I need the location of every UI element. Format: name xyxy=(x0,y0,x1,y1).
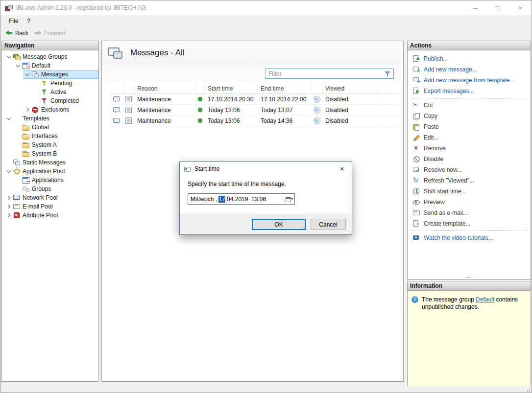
action-add-new-message-from-template[interactable]: Add new message from template... xyxy=(408,75,531,86)
tree-item-messages[interactable]: Messages xyxy=(24,70,98,79)
tree-item-groups[interactable]: Groups xyxy=(14,185,98,193)
action-send-as-email[interactable]: Send as e-mail... xyxy=(408,208,531,218)
action-label: Edit... xyxy=(424,134,439,141)
action-label: Watch the video-tutorials... xyxy=(424,234,493,241)
datetime-monthyear-segment[interactable]: .04.2019 xyxy=(225,196,248,203)
col-message-icon[interactable] xyxy=(110,83,123,93)
menu-item[interactable]: File xyxy=(4,17,23,25)
col-viewed[interactable]: Viewed xyxy=(322,83,378,93)
col-checkbox[interactable] xyxy=(123,83,134,93)
tree-chevron-icon[interactable] xyxy=(6,196,10,200)
tree-item-network-pool[interactable]: Network Pool xyxy=(5,193,98,202)
calendar-icon xyxy=(286,197,290,202)
tree-item-system-a[interactable]: System A xyxy=(14,140,98,149)
action-preview[interactable]: Preview xyxy=(408,197,531,208)
tree-item-icon xyxy=(22,123,30,131)
action-publish[interactable]: Publish... xyxy=(408,53,531,64)
cancel-button[interactable]: Cancel xyxy=(311,219,346,230)
app-icon xyxy=(4,4,12,12)
table-row[interactable]: Maintenance Today 13:06 Today 13:07 Disa… xyxy=(110,105,398,116)
tree-chevron-icon[interactable] xyxy=(7,168,11,172)
tree-item-attribute-pool[interactable]: Attribute Pool xyxy=(5,211,98,220)
tree-item-pending[interactable]: Pending xyxy=(33,79,98,88)
tree-item-icon xyxy=(13,159,21,166)
action-export-messages[interactable]: Export messages... xyxy=(408,86,531,96)
action-resolve-now[interactable]: Resolve now... xyxy=(408,164,531,175)
ok-button[interactable]: OK xyxy=(252,219,306,230)
tree-chevron-icon[interactable] xyxy=(6,205,10,208)
table-row[interactable]: Maintenance Today 13:06 Today 14:36 Disa… xyxy=(110,116,398,126)
messages-table: Reason Start time End time Viewed Mainte… xyxy=(110,83,398,126)
actions-overflow-indicator[interactable]: … xyxy=(408,273,531,279)
col-reason[interactable]: Reason xyxy=(134,83,196,93)
tree-chevron-icon[interactable] xyxy=(25,108,29,112)
maximize-button[interactable]: □ xyxy=(486,0,509,15)
action-icon xyxy=(412,87,420,95)
forward-label: Forward xyxy=(44,30,66,37)
tree-item-message-groups[interactable]: Message Groups xyxy=(5,52,98,61)
dialog-close-button[interactable]: × xyxy=(332,162,352,176)
tree-item-icon xyxy=(22,150,30,158)
tree-item-application-pool[interactable]: Application Pool xyxy=(5,167,98,176)
tree-item-templates[interactable]: Templates xyxy=(5,114,98,123)
action-remove[interactable]: Remove xyxy=(408,143,531,154)
toolbar: Back Forward xyxy=(0,26,532,40)
action-add-new-message[interactable]: Add new message... xyxy=(408,64,531,75)
action-paste[interactable]: Paste xyxy=(408,121,531,132)
tree-item-email-pool[interactable]: E-mail Pool xyxy=(5,202,98,211)
action-label: Paste xyxy=(424,123,439,130)
menu-item[interactable]: ? xyxy=(23,17,35,25)
resize-grip[interactable] xyxy=(525,387,530,392)
action-cut[interactable]: Cut xyxy=(408,100,531,111)
table-row[interactable]: Maintenance 17.10.2014 20:30 17.10.2014 … xyxy=(110,94,398,105)
datetime-input[interactable]: Mittwoch , 17 .04.2019 13:06 ▾ xyxy=(188,193,295,205)
tree-item-label: Messages xyxy=(41,71,68,78)
tree-chevron-icon[interactable] xyxy=(25,71,29,75)
datetime-weekday-segment[interactable]: Mittwoch xyxy=(191,196,214,203)
app-window: IBI-aws Admin 1.23.0 - registered for IB… xyxy=(0,0,532,393)
filter-funnel-icon[interactable] xyxy=(384,70,391,77)
action-shift-start-time[interactable]: Shift start time... xyxy=(408,186,531,197)
col-start-time[interactable]: Start time xyxy=(205,83,258,93)
filter-input[interactable] xyxy=(266,70,384,77)
col-viewed-icon[interactable] xyxy=(312,83,322,93)
row-checkbox[interactable] xyxy=(125,96,132,102)
row-checkbox[interactable] xyxy=(125,117,132,124)
tree-item-completed[interactable]: Completed xyxy=(33,96,98,105)
col-end-time[interactable]: End time xyxy=(258,83,312,93)
tree-item-system-b[interactable]: System B xyxy=(14,149,98,158)
action-create-template[interactable]: Create template... xyxy=(408,218,531,229)
default-group-link[interactable]: Default xyxy=(476,296,494,303)
forward-button[interactable]: Forward xyxy=(32,28,70,38)
datetime-time-segment[interactable]: 13:06 xyxy=(251,196,266,203)
row-viewed-state: Disabled xyxy=(322,105,378,115)
tree-item-interfaces[interactable]: Interfaces xyxy=(14,132,98,140)
datetime-dropdown-button[interactable]: ▾ xyxy=(284,194,294,204)
action-copy[interactable]: Copy xyxy=(408,111,531,121)
status-bar xyxy=(0,386,532,393)
tree-chevron-icon[interactable] xyxy=(7,116,11,119)
tree-item-exclusions[interactable]: Exclusions xyxy=(24,105,98,114)
action-icon xyxy=(412,234,420,242)
tree-item-static-messages[interactable]: Static Messages xyxy=(5,158,98,167)
tree-item-applications[interactable]: Applications xyxy=(14,176,98,185)
tree-item-active[interactable]: Active xyxy=(33,88,98,96)
action-refresh-viewed[interactable]: Refresh "Viewed"... xyxy=(408,175,531,186)
back-button[interactable]: Back xyxy=(3,28,32,38)
tree-item-global[interactable]: Global xyxy=(14,123,98,132)
start-time-dialog: Start time × Specify the start time of t… xyxy=(179,162,352,235)
col-status[interactable] xyxy=(196,83,205,93)
datetime-day-segment-selected[interactable]: 17 xyxy=(218,196,225,203)
row-checkbox[interactable] xyxy=(125,107,132,113)
action-label: Disable xyxy=(424,156,443,162)
tree-item-default[interactable]: Default xyxy=(14,61,98,70)
minimize-button[interactable]: ─ xyxy=(464,0,486,15)
close-button[interactable]: × xyxy=(509,0,532,15)
row-end-time: Today 13:07 xyxy=(258,105,312,115)
tree-chevron-icon[interactable] xyxy=(6,213,10,217)
action-disable[interactable]: Disable xyxy=(408,154,531,164)
action-watch-video-tutorials[interactable]: Watch the video-tutorials... xyxy=(408,232,531,243)
tree-chevron-icon[interactable] xyxy=(16,63,20,67)
tree-chevron-icon[interactable] xyxy=(7,54,11,58)
action-edit[interactable]: Edit... xyxy=(408,132,531,143)
